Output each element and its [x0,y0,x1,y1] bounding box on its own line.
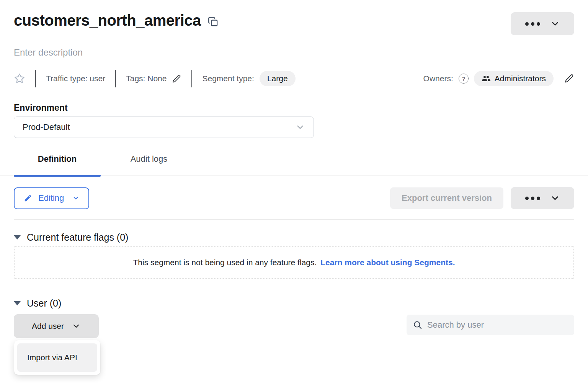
chevron-down-icon [72,322,81,331]
chevron-down-icon [295,122,305,132]
export-current-version-button[interactable]: Export current version [390,187,503,209]
section-divider [14,219,574,220]
edit-owners-pencil-icon[interactable] [564,74,574,84]
toolbar: Editing Export current version [14,187,574,209]
add-user-wrap: Add user Import via API [14,314,99,338]
disclosure-triangle-icon [14,235,21,240]
disclosure-triangle-icon [14,301,21,305]
tags-label: Tags: None [126,74,167,83]
description-placeholder[interactable]: Enter description [14,47,574,58]
chevron-down-icon [72,195,79,202]
chevron-down-icon [550,193,560,203]
environment-label: Environment [14,103,574,113]
search-by-user-input[interactable] [427,320,568,330]
copy-icon[interactable] [208,16,218,27]
segment-type-badge: Large [260,71,296,86]
editing-status-button[interactable]: Editing [14,187,89,209]
add-user-label: Add user [32,322,64,331]
feature-flags-section-toggle[interactable]: Current feature flags (0) [14,231,574,243]
add-user-button[interactable]: Add user [14,314,99,338]
environment-select[interactable]: Prod-Default [14,117,314,138]
definition-more-button[interactable] [511,187,574,209]
tab-audit-logs[interactable]: Audit logs [101,154,197,176]
segment-type: Segment type: Large [202,71,295,86]
feature-flags-heading: Current feature flags (0) [27,231,128,243]
people-icon [482,74,491,83]
menu-item-import-via-api[interactable]: Import via API [17,343,97,372]
star-icon[interactable] [14,73,25,84]
add-user-dropdown-menu: Import via API [14,340,100,375]
title-group: customers_north_america [14,11,218,30]
empty-state-message: This segment is not being used in any fe… [133,258,317,267]
header-more-button[interactable] [511,12,574,35]
segment-detail-page: customers_north_america Enter descriptio… [0,0,588,384]
page-title: customers_north_america [14,11,201,30]
owners-value: Administrators [495,74,546,83]
segment-type-label: Segment type: [202,74,254,83]
user-section-heading: User (0) [27,297,61,309]
learn-more-link[interactable]: Learn more about using Segments. [320,258,455,267]
edit-tags-pencil-icon[interactable] [172,74,181,84]
user-section-controls: Add user Import via API [14,314,574,338]
feature-flags-empty-state: This segment is not being used in any fe… [14,246,574,279]
traffic-type-label: Traffic type: user [46,74,105,83]
meta-divider [191,70,192,87]
user-section-toggle[interactable]: User (0) [14,297,574,309]
meta-row: Traffic type: user Tags: None Segment ty… [14,70,574,87]
ellipsis-icon [525,197,540,200]
meta-divider [35,70,36,87]
tab-definition[interactable]: Definition [14,154,101,176]
chevron-down-icon [550,19,560,29]
editing-label: Editing [38,193,64,203]
environment-selected-value: Prod-Default [23,122,70,132]
meta-divider [115,70,116,87]
question-circle-icon[interactable]: ? [459,74,469,84]
user-search-box[interactable] [407,315,574,335]
owners-group: Owners: ? Administrators [423,71,574,86]
title-row: customers_north_america [14,0,574,35]
owners-label: Owners: [423,74,453,83]
magnifier-icon [413,320,423,330]
tab-bar: Definition Audit logs [0,154,588,176]
ellipsis-icon [525,22,540,26]
toolbar-right: Export current version [390,187,574,209]
owners-badge: Administrators [474,71,554,86]
pencil-icon [24,194,32,202]
